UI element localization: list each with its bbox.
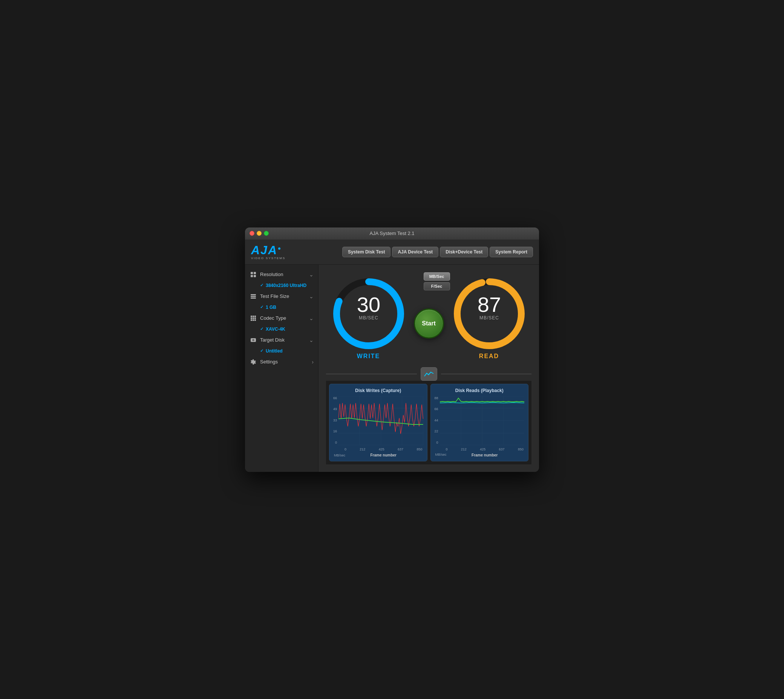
divider-right bbox=[441, 374, 532, 374]
traffic-lights bbox=[249, 231, 269, 236]
sidebar-item-settings[interactable]: Settings › bbox=[245, 355, 318, 369]
codec-type-chevron: ⌄ bbox=[309, 315, 314, 321]
svg-rect-11 bbox=[252, 318, 254, 319]
resolution-value[interactable]: ✓ 3840x2160 UltraHD bbox=[245, 282, 318, 290]
write-gauge-svg: 30 MB/SEC bbox=[331, 276, 406, 351]
sidebar: Resolution ⌄ ✓ 3840x2160 UltraHD bbox=[245, 265, 319, 472]
svg-rect-8 bbox=[252, 316, 254, 317]
sidebar-item-codec-type[interactable]: Codec Type ⌄ bbox=[245, 311, 318, 325]
app-body: AJA VIDEO SYSTEMS System Disk Test AJA D… bbox=[245, 240, 539, 472]
nav-buttons: System Disk Test AJA Device Test Disk+De… bbox=[342, 247, 533, 257]
settings-chevron: › bbox=[312, 359, 314, 365]
test-file-size-label: Test File Size bbox=[260, 293, 289, 299]
sidebar-item-test-file-size[interactable]: Test File Size ⌄ bbox=[245, 290, 318, 303]
target-disk-label: Target Disk bbox=[260, 337, 284, 343]
read-y-label-0: 0 bbox=[435, 441, 439, 444]
fsec-button[interactable]: F/Sec bbox=[424, 282, 450, 290]
resolution-chevron: ⌄ bbox=[309, 272, 314, 278]
svg-rect-9 bbox=[254, 316, 256, 317]
system-report-button[interactable]: System Report bbox=[490, 247, 533, 257]
write-chart-title: Disk Writes (Capture) bbox=[333, 388, 423, 393]
write-chart-panel: Disk Writes (Capture) 66 49 33 16 0 bbox=[329, 384, 427, 461]
codec-type-label: Codec Type bbox=[260, 315, 286, 321]
test-file-size-value[interactable]: ✓ 1 GB bbox=[245, 303, 318, 311]
svg-rect-5 bbox=[251, 296, 256, 297]
gear-grid-icon bbox=[249, 271, 257, 278]
mbsec-button[interactable]: MB/Sec bbox=[424, 272, 450, 281]
read-y-label-1: 22 bbox=[435, 429, 439, 433]
divider-row bbox=[326, 367, 532, 381]
app-window: AJA System Test 2.1 AJA VIDEO SYSTEMS Sy… bbox=[245, 227, 539, 472]
svg-rect-14 bbox=[252, 320, 254, 321]
target-disk-value[interactable]: ✓ Untitled bbox=[245, 347, 318, 355]
chart-icon bbox=[424, 370, 434, 378]
disk-device-test-button[interactable]: Disk+Device Test bbox=[440, 247, 488, 257]
unit-toggle: MB/Sec F/Sec bbox=[424, 272, 450, 290]
disk-icon bbox=[249, 336, 257, 344]
svg-rect-7 bbox=[251, 316, 252, 317]
read-y-label-2: 44 bbox=[435, 418, 439, 422]
settings-label: Settings bbox=[260, 359, 278, 364]
fullscreen-button[interactable] bbox=[264, 231, 269, 236]
titlebar: AJA System Test 2.1 bbox=[245, 227, 539, 240]
write-gauge-container: 30 MB/SEC WRITE bbox=[331, 276, 406, 359]
svg-rect-3 bbox=[254, 275, 256, 277]
write-y-label-3: 49 bbox=[333, 407, 337, 411]
layers-icon bbox=[249, 293, 257, 300]
svg-text:MB/SEC: MB/SEC bbox=[359, 315, 378, 320]
read-chart-x-labels: 0 212 425 637 850 bbox=[445, 447, 525, 451]
write-chart-x-labels: 0 212 425 637 850 bbox=[344, 447, 423, 451]
svg-rect-10 bbox=[251, 318, 252, 319]
aja-device-test-button[interactable]: AJA Device Test bbox=[392, 247, 439, 257]
target-disk-chevron: ⌄ bbox=[309, 337, 314, 343]
gear-icon bbox=[249, 358, 257, 366]
read-gauge-container: 87 MB/SEC READ bbox=[452, 276, 527, 359]
logo-sub: VIDEO SYSTEMS bbox=[251, 257, 285, 260]
write-x-axis-label: Frame number bbox=[370, 453, 397, 457]
write-y-label-4: 66 bbox=[333, 396, 337, 400]
logo-dot bbox=[278, 247, 281, 250]
logo-area: AJA VIDEO SYSTEMS bbox=[251, 244, 285, 260]
read-chart-svg bbox=[440, 396, 524, 445]
test-file-size-chevron: ⌄ bbox=[309, 293, 314, 300]
svg-rect-12 bbox=[254, 318, 256, 319]
content-area: MB/Sec F/Sec 30 MB/SEC WRITE bbox=[319, 265, 539, 472]
read-y-label-3: 66 bbox=[435, 407, 439, 411]
close-button[interactable] bbox=[249, 231, 254, 236]
read-chart-panel: Disk Reads (Playback) 88 66 44 22 0 bbox=[430, 384, 529, 461]
resolution-label: Resolution bbox=[260, 272, 283, 277]
header: AJA VIDEO SYSTEMS System Disk Test AJA D… bbox=[245, 240, 539, 265]
codec-type-value[interactable]: ✓ XAVC-4K bbox=[245, 325, 318, 333]
main-layout: Resolution ⌄ ✓ 3840x2160 UltraHD bbox=[245, 265, 539, 472]
svg-point-18 bbox=[253, 340, 254, 340]
read-gauge-svg: 87 MB/SEC bbox=[452, 276, 527, 351]
system-disk-test-button[interactable]: System Disk Test bbox=[342, 247, 391, 257]
minimize-button[interactable] bbox=[257, 231, 262, 236]
svg-rect-13 bbox=[251, 320, 252, 321]
read-x-axis-label: Frame number bbox=[472, 453, 498, 457]
svg-rect-2 bbox=[251, 275, 253, 277]
svg-rect-0 bbox=[251, 272, 253, 274]
svg-rect-1 bbox=[254, 272, 256, 274]
read-chart-title: Disk Reads (Playback) bbox=[435, 388, 525, 393]
read-y-label-4: 88 bbox=[435, 396, 439, 400]
aja-logo: AJA bbox=[251, 244, 285, 256]
read-label: READ bbox=[479, 353, 499, 359]
svg-text:87: 87 bbox=[477, 293, 500, 316]
charts-row: Disk Writes (Capture) 66 49 33 16 0 bbox=[326, 381, 532, 464]
write-y-label-0: 0 bbox=[333, 441, 337, 444]
write-label: WRITE bbox=[357, 353, 380, 359]
svg-rect-6 bbox=[251, 298, 256, 299]
write-chart-svg bbox=[339, 396, 423, 445]
svg-text:30: 30 bbox=[357, 293, 380, 316]
svg-rect-4 bbox=[251, 294, 256, 295]
grid-icon bbox=[249, 315, 257, 322]
start-button[interactable]: Start bbox=[414, 308, 444, 339]
svg-rect-15 bbox=[254, 320, 256, 321]
divider-left bbox=[326, 374, 417, 374]
sidebar-item-resolution[interactable]: Resolution ⌄ bbox=[245, 268, 318, 282]
chart-toggle-icon[interactable] bbox=[421, 367, 437, 381]
window-title: AJA System Test 2.1 bbox=[370, 230, 415, 236]
write-y-label-2: 33 bbox=[333, 418, 337, 422]
sidebar-item-target-disk[interactable]: Target Disk ⌄ bbox=[245, 333, 318, 347]
